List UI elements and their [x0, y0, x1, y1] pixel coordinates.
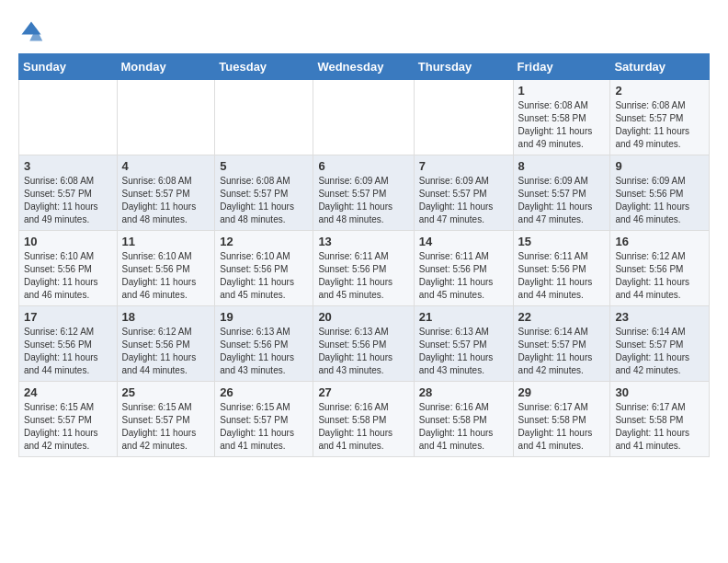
day-number: 12	[220, 235, 308, 248]
weekday-header-monday: Monday	[117, 54, 215, 80]
day-info: Sunrise: 6:08 AM Sunset: 5:57 PM Dayligh…	[24, 175, 112, 226]
page: SundayMondayTuesdayWednesdayThursdayFrid…	[0, 0, 728, 466]
day-cell: 12Sunrise: 6:10 AM Sunset: 5:56 PM Dayli…	[215, 231, 313, 306]
day-cell: 30Sunrise: 6:17 AM Sunset: 5:58 PM Dayli…	[610, 382, 710, 457]
day-number: 26	[220, 385, 308, 399]
day-info: Sunrise: 6:11 AM Sunset: 5:56 PM Dayligh…	[518, 250, 606, 302]
day-number: 14	[419, 235, 508, 248]
weekday-header-saturday: Saturday	[610, 54, 710, 80]
day-info: Sunrise: 6:17 AM Sunset: 5:58 PM Dayligh…	[518, 401, 606, 453]
day-cell	[19, 80, 118, 155]
day-cell: 20Sunrise: 6:13 AM Sunset: 5:56 PM Dayli…	[313, 306, 414, 382]
day-number: 19	[220, 310, 308, 324]
day-cell: 24Sunrise: 6:15 AM Sunset: 5:57 PM Dayli…	[19, 382, 118, 457]
weekday-header-thursday: Thursday	[414, 54, 513, 80]
weekday-header-sunday: Sunday	[19, 54, 118, 80]
day-cell: 9Sunrise: 6:09 AM Sunset: 5:56 PM Daylig…	[610, 155, 710, 231]
day-info: Sunrise: 6:09 AM Sunset: 5:57 PM Dayligh…	[419, 175, 508, 226]
day-info: Sunrise: 6:15 AM Sunset: 5:57 PM Dayligh…	[220, 401, 308, 453]
day-info: Sunrise: 6:17 AM Sunset: 5:58 PM Dayligh…	[615, 401, 704, 453]
day-number: 25	[122, 385, 210, 399]
day-cell: 7Sunrise: 6:09 AM Sunset: 5:57 PM Daylig…	[414, 155, 513, 231]
day-cell: 5Sunrise: 6:08 AM Sunset: 5:57 PM Daylig…	[215, 155, 313, 231]
day-info: Sunrise: 6:13 AM Sunset: 5:56 PM Dayligh…	[318, 326, 408, 377]
day-info: Sunrise: 6:16 AM Sunset: 5:58 PM Dayligh…	[318, 401, 408, 453]
week-row-1: 1Sunrise: 6:08 AM Sunset: 5:58 PM Daylig…	[19, 80, 710, 155]
day-number: 3	[24, 159, 112, 173]
day-cell: 17Sunrise: 6:12 AM Sunset: 5:56 PM Dayli…	[19, 306, 118, 382]
day-cell: 3Sunrise: 6:08 AM Sunset: 5:57 PM Daylig…	[19, 155, 118, 231]
day-number: 20	[318, 310, 408, 324]
day-number: 17	[24, 310, 112, 324]
day-cell: 11Sunrise: 6:10 AM Sunset: 5:56 PM Dayli…	[117, 231, 215, 306]
day-cell: 4Sunrise: 6:08 AM Sunset: 5:57 PM Daylig…	[117, 155, 215, 231]
day-cell	[313, 80, 414, 155]
day-number: 2	[615, 84, 704, 98]
day-cell: 21Sunrise: 6:13 AM Sunset: 5:57 PM Dayli…	[414, 306, 513, 382]
day-cell: 23Sunrise: 6:14 AM Sunset: 5:57 PM Dayli…	[610, 306, 710, 382]
day-number: 24	[24, 385, 112, 399]
day-info: Sunrise: 6:13 AM Sunset: 5:56 PM Dayligh…	[220, 326, 308, 377]
day-info: Sunrise: 6:12 AM Sunset: 5:56 PM Dayligh…	[24, 326, 112, 377]
day-info: Sunrise: 6:09 AM Sunset: 5:57 PM Dayligh…	[318, 175, 408, 226]
day-info: Sunrise: 6:14 AM Sunset: 5:57 PM Dayligh…	[518, 326, 606, 377]
day-cell: 1Sunrise: 6:08 AM Sunset: 5:58 PM Daylig…	[513, 80, 610, 155]
day-cell: 10Sunrise: 6:10 AM Sunset: 5:56 PM Dayli…	[19, 231, 118, 306]
day-info: Sunrise: 6:08 AM Sunset: 5:57 PM Dayligh…	[615, 99, 704, 151]
day-info: Sunrise: 6:08 AM Sunset: 5:57 PM Dayligh…	[220, 175, 308, 226]
logo-icon	[18, 18, 44, 44]
day-info: Sunrise: 6:10 AM Sunset: 5:56 PM Dayligh…	[122, 250, 210, 302]
day-cell: 13Sunrise: 6:11 AM Sunset: 5:56 PM Dayli…	[313, 231, 414, 306]
day-cell: 14Sunrise: 6:11 AM Sunset: 5:56 PM Dayli…	[414, 231, 513, 306]
day-cell	[414, 80, 513, 155]
weekday-header-tuesday: Tuesday	[215, 54, 313, 80]
day-cell: 22Sunrise: 6:14 AM Sunset: 5:57 PM Dayli…	[513, 306, 610, 382]
day-number: 11	[122, 235, 210, 248]
day-cell: 27Sunrise: 6:16 AM Sunset: 5:58 PM Dayli…	[313, 382, 414, 457]
day-info: Sunrise: 6:15 AM Sunset: 5:57 PM Dayligh…	[122, 401, 210, 453]
day-info: Sunrise: 6:08 AM Sunset: 5:58 PM Dayligh…	[518, 99, 606, 151]
day-number: 13	[318, 235, 408, 248]
weekday-header-wednesday: Wednesday	[313, 54, 414, 80]
day-cell: 19Sunrise: 6:13 AM Sunset: 5:56 PM Dayli…	[215, 306, 313, 382]
day-number: 27	[318, 385, 408, 399]
week-row-2: 3Sunrise: 6:08 AM Sunset: 5:57 PM Daylig…	[19, 155, 710, 231]
day-cell: 18Sunrise: 6:12 AM Sunset: 5:56 PM Dayli…	[117, 306, 215, 382]
week-row-5: 24Sunrise: 6:15 AM Sunset: 5:57 PM Dayli…	[19, 382, 710, 457]
day-number: 22	[518, 310, 606, 324]
day-cell	[215, 80, 313, 155]
day-number: 8	[518, 159, 606, 173]
day-number: 21	[419, 310, 508, 324]
day-number: 16	[615, 235, 704, 248]
day-info: Sunrise: 6:13 AM Sunset: 5:57 PM Dayligh…	[419, 326, 508, 377]
logo	[18, 18, 48, 44]
day-info: Sunrise: 6:08 AM Sunset: 5:57 PM Dayligh…	[122, 175, 210, 226]
day-cell: 29Sunrise: 6:17 AM Sunset: 5:58 PM Dayli…	[513, 382, 610, 457]
day-info: Sunrise: 6:09 AM Sunset: 5:57 PM Dayligh…	[518, 175, 606, 226]
day-info: Sunrise: 6:11 AM Sunset: 5:56 PM Dayligh…	[419, 250, 508, 302]
day-cell: 16Sunrise: 6:12 AM Sunset: 5:56 PM Dayli…	[610, 231, 710, 306]
day-number: 7	[419, 159, 508, 173]
day-info: Sunrise: 6:10 AM Sunset: 5:56 PM Dayligh…	[220, 250, 308, 302]
day-number: 10	[24, 235, 112, 248]
header	[18, 18, 710, 44]
day-cell: 8Sunrise: 6:09 AM Sunset: 5:57 PM Daylig…	[513, 155, 610, 231]
day-number: 1	[518, 84, 606, 98]
day-cell: 25Sunrise: 6:15 AM Sunset: 5:57 PM Dayli…	[117, 382, 215, 457]
day-cell: 6Sunrise: 6:09 AM Sunset: 5:57 PM Daylig…	[313, 155, 414, 231]
day-cell	[117, 80, 215, 155]
day-number: 28	[419, 385, 508, 399]
day-info: Sunrise: 6:11 AM Sunset: 5:56 PM Dayligh…	[318, 250, 408, 302]
week-row-4: 17Sunrise: 6:12 AM Sunset: 5:56 PM Dayli…	[19, 306, 710, 382]
week-row-3: 10Sunrise: 6:10 AM Sunset: 5:56 PM Dayli…	[19, 231, 710, 306]
day-number: 18	[122, 310, 210, 324]
calendar: SundayMondayTuesdayWednesdayThursdayFrid…	[18, 53, 710, 457]
weekday-header-row: SundayMondayTuesdayWednesdayThursdayFrid…	[19, 54, 710, 80]
day-number: 4	[122, 159, 210, 173]
day-cell: 28Sunrise: 6:16 AM Sunset: 5:58 PM Dayli…	[414, 382, 513, 457]
day-info: Sunrise: 6:14 AM Sunset: 5:57 PM Dayligh…	[615, 326, 704, 377]
day-number: 5	[220, 159, 308, 173]
day-number: 23	[615, 310, 704, 324]
day-info: Sunrise: 6:09 AM Sunset: 5:56 PM Dayligh…	[615, 175, 704, 226]
day-info: Sunrise: 6:16 AM Sunset: 5:58 PM Dayligh…	[419, 401, 508, 453]
